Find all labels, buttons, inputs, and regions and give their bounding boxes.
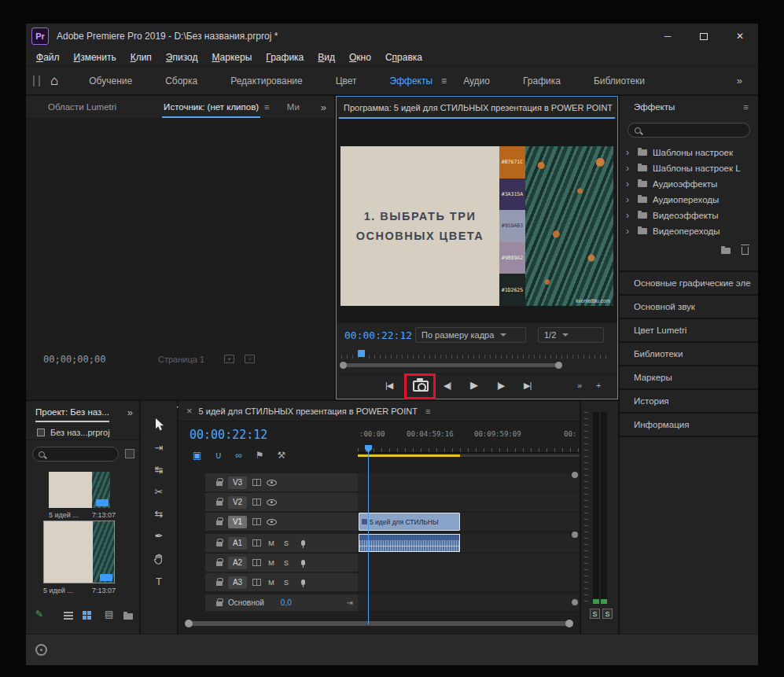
toggle-track-output-icon[interactable] xyxy=(267,480,277,486)
timeline-panel-menu-icon[interactable]: ≡ xyxy=(425,407,430,416)
program-timecode[interactable]: 00:00:22:12 xyxy=(344,329,412,341)
menu-file[interactable]: Файл xyxy=(29,52,67,63)
new-custom-bin-icon[interactable] xyxy=(721,248,731,254)
chevron-right-icon[interactable]: › xyxy=(626,226,632,237)
track-content-v2[interactable] xyxy=(358,493,580,511)
menu-edit[interactable]: Изменить xyxy=(67,52,123,63)
source-patch-icon[interactable] xyxy=(252,559,261,566)
project-search-filter-icon[interactable] xyxy=(125,449,134,458)
menu-sequence[interactable]: Эпизод xyxy=(159,52,205,63)
panel-tab-markers[interactable]: Маркеры xyxy=(620,366,758,388)
workspace-tab-color[interactable]: Цвет xyxy=(336,75,357,86)
new-bin-icon[interactable] xyxy=(123,613,133,620)
voiceover-mic-icon[interactable] xyxy=(301,540,305,546)
project-search-box[interactable] xyxy=(32,447,119,462)
panel-tab-libraries[interactable]: Библиотеки xyxy=(620,343,758,365)
track-lock-icon[interactable] xyxy=(216,542,223,546)
chevron-right-icon[interactable]: › xyxy=(626,163,632,174)
track-target-v1[interactable]: V1 xyxy=(228,516,247,528)
effects-bin-video-effects[interactable]: ›Видеоэффекты xyxy=(620,208,758,223)
list-view-icon[interactable] xyxy=(64,612,73,620)
program-more-buttons-chevron[interactable]: » xyxy=(577,381,581,390)
track-target-v3[interactable]: V3 xyxy=(228,476,247,489)
program-button-editor-plus[interactable]: + xyxy=(596,381,600,390)
scrollbar-track[interactable] xyxy=(189,621,569,626)
effects-panel-tab[interactable]: Эффекты xyxy=(634,102,675,112)
program-goto-out-button[interactable]: ▶| xyxy=(524,381,531,391)
workspace-overflow-chevron[interactable]: » xyxy=(737,75,742,86)
solo-left-button[interactable]: S xyxy=(590,609,600,619)
workspace-menu-icon[interactable]: ≡ xyxy=(441,75,447,86)
program-time-ruler[interactable] xyxy=(341,350,606,359)
video-clip[interactable]: 5 идей для СТИЛЬНЫ xyxy=(359,513,460,531)
icon-view-icon[interactable] xyxy=(83,611,91,620)
panel-tab-essential-sound[interactable]: Основной звук xyxy=(620,296,758,318)
home-icon[interactable]: ⌂ xyxy=(50,73,58,89)
effects-search-box[interactable] xyxy=(628,123,750,138)
source-page-dropdown-icon[interactable]: ▾ xyxy=(224,355,234,363)
zoom-handle-left[interactable] xyxy=(340,362,347,369)
add-marker-icon[interactable]: ⚑ xyxy=(256,450,264,461)
track-lock-icon[interactable] xyxy=(216,481,223,486)
playback-resolution-select[interactable]: 1/2 xyxy=(538,327,604,343)
timeline-ruler[interactable]: :00:00 00:04:59:16 00:09:59:09 00: xyxy=(358,425,580,453)
solo-right-button[interactable]: S xyxy=(602,609,613,619)
source-tab-menu-icon[interactable]: ≡ xyxy=(264,102,270,112)
track-content-v3[interactable] xyxy=(358,473,580,491)
program-play-button[interactable]: ▶ xyxy=(470,379,477,391)
source-page-select[interactable]: Страница 1 xyxy=(158,355,204,364)
project-search-input[interactable] xyxy=(49,450,118,459)
effects-panel-menu-icon[interactable]: ≡ xyxy=(743,102,749,112)
menu-help[interactable]: Справка xyxy=(378,52,429,63)
keyframe-nav-icon[interactable]: ⇥ xyxy=(347,598,353,607)
timeline-timecode[interactable]: 00:00:22:12 xyxy=(190,428,267,442)
track-lock-icon[interactable] xyxy=(216,602,223,606)
effects-bin-audio-effects[interactable]: ›Аудиоэффекты xyxy=(620,176,758,192)
track-content-a3[interactable] xyxy=(358,573,580,591)
new-item-icon[interactable]: ▤ xyxy=(105,609,113,620)
chevron-right-icon[interactable]: › xyxy=(626,210,632,221)
voiceover-mic-icon[interactable] xyxy=(301,560,305,565)
tab-source-monitor[interactable]: Источник: (нет клипов) xyxy=(164,102,259,112)
zoom-level-select[interactable]: По размеру кадра xyxy=(415,327,526,343)
workspace-tab-libraries[interactable]: Библиотеки xyxy=(594,75,645,86)
slip-tool[interactable]: ⇆ xyxy=(141,508,177,520)
razor-tool[interactable]: ✂ xyxy=(141,486,177,498)
clip-label[interactable]: 5 идей ... xyxy=(49,511,79,519)
solo-button[interactable]: S xyxy=(282,539,291,547)
project-root-item[interactable]: Без наз...prproj xyxy=(26,425,139,440)
chevron-right-icon[interactable]: › xyxy=(626,178,632,189)
clip-label[interactable]: 5 идей ... xyxy=(43,587,73,594)
menu-graphics[interactable]: Графика xyxy=(259,52,311,63)
mute-button[interactable]: M xyxy=(267,539,276,547)
solo-button[interactable]: S xyxy=(282,579,291,587)
source-patch-icon[interactable] xyxy=(252,479,261,486)
workspace-tab-editing[interactable]: Редактирование xyxy=(230,75,302,86)
track-content-a1[interactable] xyxy=(358,534,580,552)
zoom-handle-right[interactable] xyxy=(555,362,562,369)
workspace-tab-assembly[interactable]: Сборка xyxy=(165,75,197,86)
program-playhead[interactable] xyxy=(358,350,365,357)
tab-audio-mixer[interactable]: Ми xyxy=(287,102,300,112)
mute-button[interactable]: M xyxy=(267,559,276,567)
menu-window[interactable]: Окно xyxy=(342,52,378,63)
source-tabs-overflow-chevron[interactable]: » xyxy=(321,101,326,113)
mute-button[interactable]: M xyxy=(267,579,276,587)
solo-button[interactable]: S xyxy=(282,559,291,567)
toggle-track-output-icon[interactable] xyxy=(267,519,277,525)
snap-magnet-icon[interactable]: ∪ xyxy=(215,450,222,461)
project-tabs-overflow-chevron[interactable]: » xyxy=(127,407,133,418)
track-scrollbar-knob[interactable] xyxy=(572,472,578,478)
program-step-forward-button[interactable]: |▶ xyxy=(497,381,504,391)
track-scrollbar-knob[interactable] xyxy=(572,599,578,605)
delete-icon[interactable] xyxy=(742,247,749,255)
workspace-tab-effects[interactable]: Эффекты xyxy=(390,75,433,86)
hand-tool[interactable] xyxy=(141,554,177,567)
source-patch-icon[interactable] xyxy=(252,539,261,546)
source-settings-icon[interactable]: » xyxy=(245,355,255,363)
audio-clip[interactable] xyxy=(359,534,460,552)
panel-tab-essential-graphics[interactable]: Основные графические эле xyxy=(620,272,758,294)
workspace-tab-learning[interactable]: Обучение xyxy=(89,75,132,86)
chevron-right-icon[interactable]: › xyxy=(626,194,632,205)
track-content-v1[interactable]: 5 идей для СТИЛЬНЫ xyxy=(358,513,580,531)
